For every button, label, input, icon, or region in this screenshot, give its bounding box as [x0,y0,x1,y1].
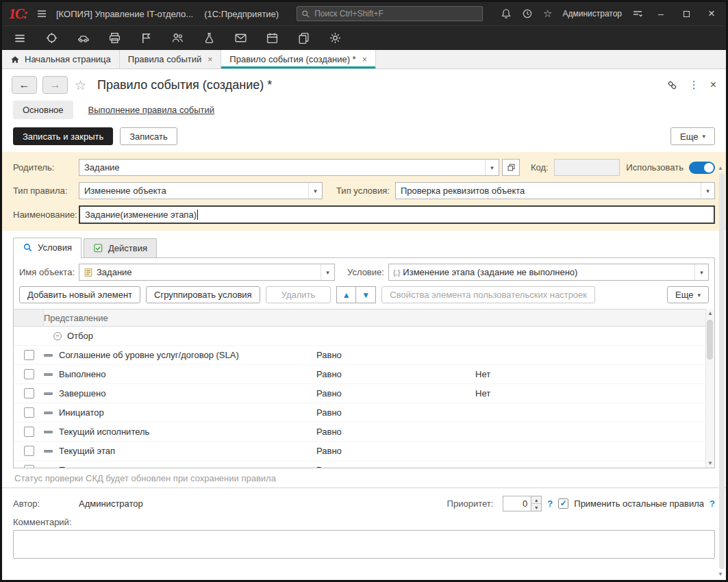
main-menu-icon[interactable] [36,8,48,20]
tab-event-rules[interactable]: Правила событий × [120,50,222,68]
comment-input[interactable] [13,530,715,559]
1c-logo: 1С: [9,6,27,22]
name-field[interactable]: Задание(изменение этапа) [79,205,715,224]
history-icon[interactable] [522,8,533,19]
panels-settings-icon[interactable] [632,8,643,19]
priority-input[interactable]: 0 [503,496,531,511]
row-checkbox[interactable] [24,407,34,418]
sections-menu-icon[interactable] [13,31,27,45]
move-up-button[interactable]: ▲ [336,286,356,303]
back-button[interactable]: ← [12,76,37,94]
car-icon[interactable] [77,31,90,45]
priority-label: Приоритет: [447,498,494,509]
close-window-button[interactable]: × [704,7,719,21]
table-header-row: Представление [14,309,714,327]
flask-icon[interactable] [203,31,216,45]
condition-field[interactable]: {..} Изменение этапа (задание не выполне… [388,264,709,281]
condition-type-dropdown-icon[interactable]: ▾ [701,183,714,199]
content-scroll-down-icon[interactable]: ▼ [718,571,723,577]
favorites-star-icon[interactable]: ☆ [543,8,552,20]
spin-down-icon[interactable]: ▼ [531,504,541,511]
maximize-button[interactable] [679,8,694,19]
tab-close-icon[interactable]: × [208,55,212,64]
table-row[interactable]: Приоритет Равно [14,461,705,468]
add-element-button[interactable]: Добавить новый элемент [19,286,140,303]
row-checkbox[interactable] [24,465,34,468]
more-button[interactable]: Еще▾ [670,127,715,145]
object-name-field[interactable]: Задание ▾ [79,264,335,281]
conditions-more-button[interactable]: Еще▾ [667,286,709,303]
users-icon[interactable] [171,31,184,45]
forward-button[interactable]: → [42,76,68,94]
tab-actions[interactable]: Действия [84,238,157,257]
content-scroll-up-icon[interactable]: ▲ [718,165,723,171]
window-app-name: (1С:Предприятие) [204,9,279,19]
header-fields: Родитель: Задание ▾ Код: Использовать Ти… [2,152,726,231]
close-form-icon[interactable]: × [710,79,716,91]
scroll-down-icon[interactable]: ▼ [707,460,713,466]
priority-help-link[interactable]: ? [547,498,553,509]
user-settings-props-button[interactable]: Свойства элемента пользовательских настр… [381,286,595,303]
scroll-up-icon[interactable]: ▲ [707,310,713,316]
parent-open-button[interactable] [502,159,520,176]
table-scroll-thumb[interactable] [707,320,713,359]
table-row[interactable]: Инициатор Равно [14,403,705,422]
global-search[interactable] [297,6,483,21]
tab-home[interactable]: Начальная страница [2,50,120,68]
move-down-button[interactable]: ▼ [356,286,376,303]
apply-help-link[interactable]: ? [710,498,715,509]
minimize-button[interactable]: – [653,8,668,19]
mail-icon[interactable] [234,31,247,45]
group-conditions-button[interactable]: Сгруппировать условия [146,286,260,303]
save-and-close-button[interactable]: Записать и закрыть [13,127,113,145]
page-title: Правило события (создание) * [97,78,272,92]
object-name-dropdown-icon[interactable]: ▾ [321,264,334,280]
tab-conditions[interactable]: Условия [13,238,81,258]
favorite-star-icon[interactable]: ☆ [75,77,86,93]
tab-event-rule-new[interactable]: Правило события (создание) * × [221,50,375,68]
save-button[interactable]: Записать [120,127,177,145]
code-label: Код: [531,162,549,173]
table-row[interactable]: Текущий исполнитель Равно [14,422,705,442]
priority-spinner[interactable]: 0 ▲ ▼ [503,496,542,511]
table-row[interactable]: Завершено Равно Нет [14,384,705,403]
gear-icon[interactable] [329,31,342,45]
table-row[interactable]: Выполнено Равно Нет [14,365,705,384]
more-actions-kebab-icon[interactable]: ⋮ [689,79,699,91]
condition-type-field[interactable]: Проверка реквизитов объекта ▾ [395,182,715,199]
notifications-bell-icon[interactable] [501,8,512,19]
get-link-icon[interactable] [666,79,678,91]
group-row[interactable]: − Отбор [14,327,705,346]
tab-event-rule-new-label: Правило события (создание) * [229,54,355,64]
tab-close-icon[interactable]: × [362,55,367,64]
row-checkbox[interactable] [24,388,34,398]
copy-docs-icon[interactable] [297,31,310,45]
use-toggle[interactable] [689,162,715,174]
rule-type-field[interactable]: Изменение объекта ▾ [79,182,323,199]
row-checkbox[interactable] [24,427,34,437]
apply-other-rules-checkbox[interactable]: ✓ [558,498,568,509]
rule-type-dropdown-icon[interactable]: ▾ [308,183,322,199]
printer-icon[interactable] [108,31,121,45]
table-row[interactable]: Соглашение об уровне услуг/договор (SLA)… [14,346,705,365]
delete-button[interactable]: Удалить [266,286,331,303]
parent-field[interactable]: Задание ▾ [79,159,499,176]
current-user[interactable]: Администратор [562,9,622,18]
search-input[interactable] [314,9,478,18]
group-label: Отбор [67,331,93,341]
calendar-icon[interactable] [266,31,279,45]
nav-execution-link[interactable]: Выполнение правила событий [88,105,215,115]
row-checkbox[interactable] [24,369,34,379]
condition-dropdown-icon[interactable]: ▾ [694,264,708,280]
content-scrollbar[interactable]: ▲ ▼ [716,165,725,577]
nav-main[interactable]: Основное [13,101,73,119]
row-checkbox[interactable] [24,350,34,360]
collapse-icon[interactable]: − [53,332,62,340]
code-field[interactable] [554,159,620,176]
target-monitor-icon[interactable] [45,31,58,45]
table-row[interactable]: Текущий этап Равно [14,442,705,461]
flag-icon[interactable] [140,31,153,45]
parent-dropdown-icon[interactable]: ▾ [485,160,499,175]
spin-up-icon[interactable]: ▲ [531,496,541,504]
row-checkbox[interactable] [24,446,34,456]
